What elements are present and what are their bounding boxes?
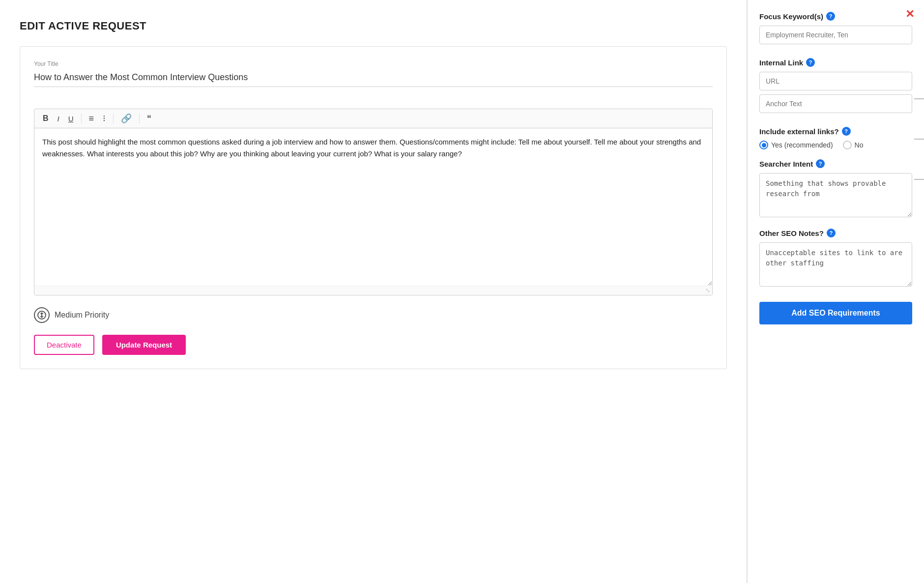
title-label: Your Title bbox=[34, 60, 713, 67]
focus-keywords-section: Focus Keyword(s) ? bbox=[759, 12, 912, 48]
searcher-intent-help-icon[interactable]: ? bbox=[816, 159, 825, 168]
italic-button[interactable]: I bbox=[54, 113, 63, 124]
focus-keywords-input[interactable] bbox=[759, 26, 912, 44]
radio-no-circle[interactable] bbox=[843, 141, 852, 149]
page-title: EDIT ACTIVE REQUEST bbox=[20, 20, 727, 32]
other-seo-section: Other SEO Notes? ? Unacceptable sites to… bbox=[759, 229, 912, 288]
link-button[interactable]: 🔗 bbox=[117, 112, 135, 125]
searcher-intent-label: Searcher Intent ? bbox=[759, 159, 912, 168]
external-links-section: Include external links? ? Yes (recommend… bbox=[759, 127, 912, 149]
external-links-radio-group: Yes (recommended) No bbox=[759, 141, 912, 149]
ordered-list-button[interactable]: ≡ bbox=[86, 112, 98, 125]
radio-yes-option[interactable]: Yes (recommended) bbox=[759, 141, 833, 149]
dash-line-2 bbox=[914, 139, 924, 140]
radio-yes-circle[interactable] bbox=[759, 141, 768, 149]
searcher-intent-section: Searcher Intent ? Something that shows p… bbox=[759, 159, 912, 219]
focus-keywords-help-icon[interactable]: ? bbox=[826, 12, 835, 21]
internal-link-label: Internal Link ? bbox=[759, 58, 912, 67]
title-section: Your Title bbox=[34, 60, 713, 99]
bold-button[interactable]: B bbox=[39, 113, 52, 124]
editor-container: B I U ≡ ⁝ 🔗 “ This post should highlight… bbox=[34, 109, 713, 295]
external-links-help-icon[interactable]: ? bbox=[842, 127, 851, 136]
anchor-text-input[interactable] bbox=[759, 94, 912, 113]
focus-keywords-label: Focus Keyword(s) ? bbox=[759, 12, 912, 21]
priority-section: Medium Priority bbox=[34, 307, 713, 323]
edit-request-card: Your Title B I U ≡ ⁝ 🔗 “ Thi bbox=[20, 46, 727, 369]
update-request-button[interactable]: Update Request bbox=[102, 335, 186, 355]
editor-toolbar: B I U ≡ ⁝ 🔗 “ bbox=[34, 109, 712, 128]
seo-sidebar: ✕ Focus Keyword(s) ? Internal Link ? Inc… bbox=[747, 0, 924, 583]
unordered-list-button[interactable]: ⁝ bbox=[99, 112, 109, 125]
underline-button[interactable]: U bbox=[65, 113, 77, 124]
close-sidebar-button[interactable]: ✕ bbox=[905, 9, 914, 20]
deactivate-button[interactable]: Deactivate bbox=[34, 335, 94, 355]
url-input[interactable] bbox=[759, 72, 912, 90]
toolbar-divider-2 bbox=[113, 114, 114, 123]
searcher-intent-textarea[interactable]: Something that shows provable research f… bbox=[759, 173, 912, 217]
title-input[interactable] bbox=[34, 70, 713, 87]
toolbar-divider-1 bbox=[81, 114, 82, 123]
other-seo-textarea[interactable]: Unacceptable sites to link to are other … bbox=[759, 242, 912, 287]
dash-line-1 bbox=[914, 98, 924, 99]
external-links-label: Include external links? ? bbox=[759, 127, 912, 136]
add-seo-requirements-button[interactable]: Add SEO Requirements bbox=[759, 302, 912, 324]
actions-row: Deactivate Update Request bbox=[34, 335, 713, 355]
editor-body[interactable]: This post should highlight the most comm… bbox=[34, 128, 712, 286]
radio-no-option[interactable]: No bbox=[843, 141, 864, 149]
resize-icon: ⤡ bbox=[705, 287, 710, 294]
other-seo-label: Other SEO Notes? ? bbox=[759, 229, 912, 237]
editor-resize-handle: ⤡ bbox=[34, 286, 712, 295]
edge-decorations bbox=[914, 98, 924, 180]
priority-label: Medium Priority bbox=[55, 311, 109, 320]
dash-line-3 bbox=[914, 179, 924, 180]
other-seo-help-icon[interactable]: ? bbox=[827, 229, 836, 237]
toolbar-divider-3 bbox=[139, 114, 140, 123]
internal-link-help-icon[interactable]: ? bbox=[806, 58, 815, 67]
priority-icon bbox=[34, 307, 50, 323]
quote-button[interactable]: “ bbox=[144, 112, 155, 125]
internal-link-section: Internal Link ? bbox=[759, 58, 912, 117]
